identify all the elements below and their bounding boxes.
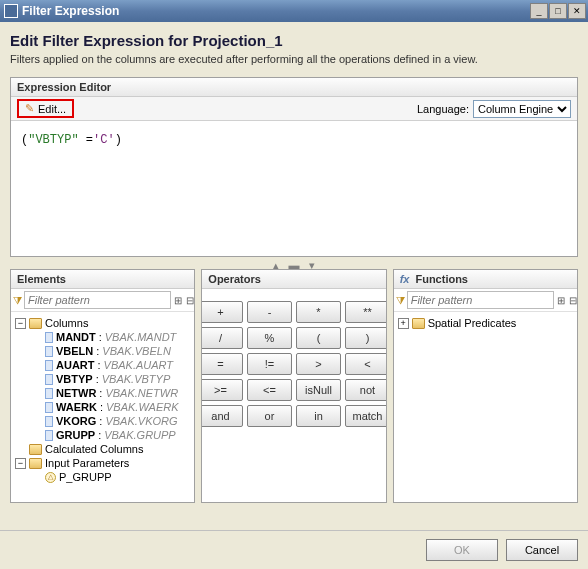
toggle-icon[interactable]: +: [398, 318, 409, 329]
tree-item-column[interactable]: GRUPP: VBAK.GRUPP: [13, 428, 192, 442]
column-icon: [45, 388, 53, 399]
filter-icon: ⧩: [396, 294, 405, 307]
folder-icon: [29, 444, 42, 455]
expression-editor-panel: Expression Editor ✎ Edit... Language: Co…: [10, 77, 578, 257]
operator-button[interactable]: match: [345, 405, 386, 427]
fx-icon: fx: [400, 273, 410, 285]
elements-filter-input[interactable]: [24, 291, 171, 309]
maximize-button[interactable]: □: [549, 3, 567, 19]
tree-item-column[interactable]: VKORG: VBAK.VKORG: [13, 414, 192, 428]
operator-button[interactable]: or: [247, 405, 292, 427]
operator-button[interactable]: (: [296, 327, 341, 349]
column-icon: [45, 360, 53, 371]
tree-item-column[interactable]: AUART: VBAK.AUART: [13, 358, 192, 372]
operators-header: Operators: [202, 270, 385, 289]
expand-all-button[interactable]: ⊞: [173, 292, 183, 308]
operator-button[interactable]: !=: [247, 353, 292, 375]
operator-button[interactable]: *: [296, 301, 341, 323]
expression-textarea[interactable]: ("VBTYP" ='C'): [11, 121, 577, 256]
elements-header: Elements: [11, 270, 194, 289]
operator-button[interactable]: =: [202, 353, 243, 375]
tree-item-param[interactable]: △ P_GRUPP: [13, 470, 192, 484]
tree-item-column[interactable]: WAERK: VBAK.WAERK: [13, 400, 192, 414]
tree-item-column[interactable]: VBTYP: VBAK.VBTYP: [13, 372, 192, 386]
column-icon: [45, 402, 53, 413]
toggle-icon[interactable]: −: [15, 458, 26, 469]
column-icon: [45, 430, 53, 441]
cancel-button[interactable]: Cancel: [506, 539, 578, 561]
window-titlebar: Filter Expression _ □ ✕: [0, 0, 588, 22]
language-label: Language:: [417, 103, 469, 115]
pencil-icon: ✎: [25, 102, 34, 115]
tree-item-column[interactable]: MANDT: VBAK.MANDT: [13, 330, 192, 344]
tree-node-input-params[interactable]: − Input Parameters: [13, 456, 192, 470]
close-button[interactable]: ✕: [568, 3, 586, 19]
filter-icon: ⧩: [13, 294, 22, 307]
page-subtitle: Filters applied on the columns are execu…: [10, 53, 578, 65]
param-icon: △: [45, 472, 56, 483]
functions-filter-input[interactable]: [407, 291, 554, 309]
minimize-button[interactable]: _: [530, 3, 548, 19]
dialog-footer: OK Cancel: [0, 530, 588, 569]
operator-button[interactable]: %: [247, 327, 292, 349]
functions-panel: fx Functions ⧩ ⊞ ⊟ + Spatial Predicates: [393, 269, 578, 503]
operator-button[interactable]: >: [296, 353, 341, 375]
operator-button[interactable]: ): [345, 327, 386, 349]
operators-panel: Operators +-***/%()=!=><>=<=isNullnotand…: [201, 269, 386, 503]
page-title: Edit Filter Expression for Projection_1: [10, 32, 578, 49]
expression-editor-header: Expression Editor: [11, 78, 577, 97]
tree-item-column[interactable]: VBELN: VBAK.VBELN: [13, 344, 192, 358]
tree-node-columns[interactable]: − Columns: [13, 316, 192, 330]
window-title: Filter Expression: [22, 4, 530, 18]
language-select[interactable]: Column Engine: [473, 100, 571, 118]
horizontal-splitter[interactable]: ▴ ▬ ▾: [10, 261, 578, 269]
operator-button[interactable]: **: [345, 301, 386, 323]
app-icon: [4, 4, 18, 18]
elements-panel: Elements ⧩ ⊞ ⊟ − Columns MANDT: VBAK.MAN…: [10, 269, 195, 503]
folder-icon: [29, 318, 42, 329]
ok-button[interactable]: OK: [426, 539, 498, 561]
tree-item-column[interactable]: NETWR: VBAK.NETWR: [13, 386, 192, 400]
operator-button[interactable]: <: [345, 353, 386, 375]
tree-node-calc-columns[interactable]: Calculated Columns: [13, 442, 192, 456]
collapse-all-button[interactable]: ⊟: [185, 292, 195, 308]
operator-button[interactable]: isNull: [296, 379, 341, 401]
collapse-all-button[interactable]: ⊟: [568, 292, 578, 308]
operator-button[interactable]: not: [345, 379, 386, 401]
toggle-icon[interactable]: −: [15, 318, 26, 329]
folder-icon: [412, 318, 425, 329]
column-icon: [45, 332, 53, 343]
operator-button[interactable]: and: [202, 405, 243, 427]
edit-button-label: Edit...: [38, 103, 66, 115]
column-icon: [45, 346, 53, 357]
expand-all-button[interactable]: ⊞: [556, 292, 566, 308]
functions-header: fx Functions: [394, 270, 577, 289]
operator-button[interactable]: -: [247, 301, 292, 323]
column-icon: [45, 374, 53, 385]
edit-button[interactable]: ✎ Edit...: [21, 101, 70, 116]
operator-button[interactable]: >=: [202, 379, 243, 401]
column-icon: [45, 416, 53, 427]
folder-icon: [29, 458, 42, 469]
operator-button[interactable]: /: [202, 327, 243, 349]
operator-button[interactable]: in: [296, 405, 341, 427]
tree-node-function-category[interactable]: + Spatial Predicates: [396, 316, 575, 330]
operator-button[interactable]: <=: [247, 379, 292, 401]
operator-button[interactable]: +: [202, 301, 243, 323]
